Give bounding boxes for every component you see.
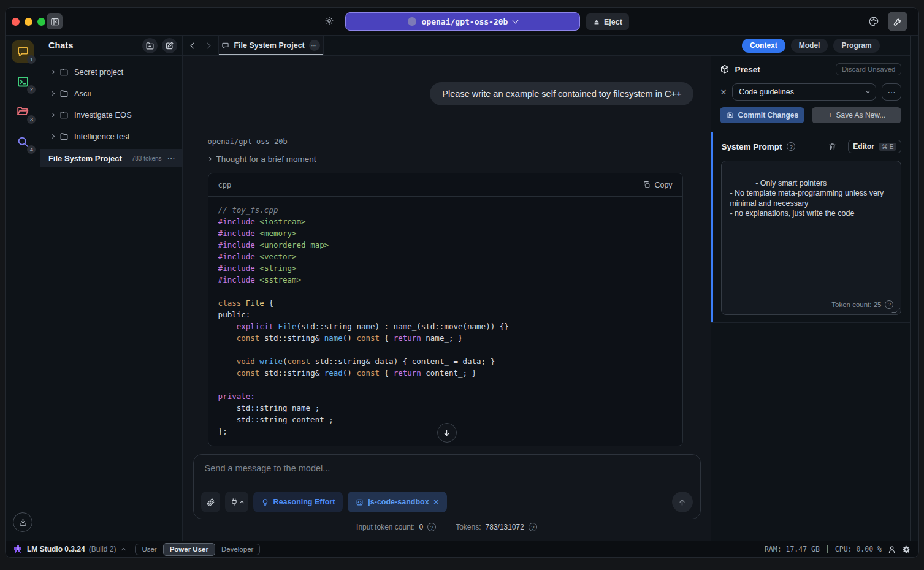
chevron-right-icon [50, 113, 55, 117]
chevron-right-icon [50, 91, 55, 96]
folder-label: Ascii [74, 89, 91, 98]
save-as-new-button[interactable]: + Save As New... [812, 107, 901, 123]
chat-folder-item[interactable]: Intelligence test [40, 126, 182, 147]
info-icon[interactable]: ? [529, 523, 537, 531]
js-code-sandbox-pill[interactable]: js-code-sandbox ✕ [348, 492, 447, 512]
model-selector-label: openai/gpt-oss-20b [422, 17, 508, 26]
tab-file-system-project[interactable]: File System Project ⋯ [218, 36, 324, 55]
theme-palette-icon[interactable] [868, 16, 879, 27]
folder-label: Intelligence test [74, 132, 129, 141]
info-icon[interactable]: ? [427, 523, 436, 531]
code-line: void write(const std::string& data) { co… [218, 355, 673, 367]
stat-separator: | [825, 545, 830, 553]
mode-developer[interactable]: Developer [215, 544, 259, 555]
attach-file-button[interactable] [201, 492, 220, 512]
download-icon [18, 518, 28, 527]
preset-dropdown[interactable]: Code guidelines [732, 83, 876, 101]
nav-back-icon[interactable] [190, 42, 196, 48]
close-window-button[interactable] [12, 18, 20, 26]
code-content: // toy_fs.cpp#include <iostream>#include… [208, 197, 682, 446]
chevron-up-icon [240, 501, 244, 505]
clear-preset-icon[interactable]: ✕ [720, 88, 727, 97]
tab-model[interactable]: Model [791, 39, 828, 53]
message-input[interactable] [201, 460, 693, 477]
nav-developer-button[interactable]: 2 [12, 70, 34, 93]
remove-sandbox-icon[interactable]: ✕ [433, 498, 439, 506]
tokens-value: 783/131072 [486, 523, 524, 531]
downloads-button[interactable] [13, 512, 32, 532]
tokens-label: Tokens: [456, 523, 481, 531]
paperclip-icon [206, 498, 215, 507]
chat-settings-gear-icon[interactable] [324, 16, 334, 26]
scroll-to-bottom-button[interactable] [437, 423, 457, 443]
code-line: const std::string& read() const { return… [218, 367, 673, 379]
lm-studio-logo [13, 544, 23, 554]
nav-forward-icon[interactable] [204, 42, 210, 48]
open-editor-button[interactable]: Editor ⌘ E [848, 140, 901, 153]
copy-icon [643, 181, 651, 189]
nav-my-models-button[interactable]: 3 [12, 101, 34, 123]
trash-icon[interactable] [828, 142, 837, 151]
system-prompt-textarea[interactable]: - Only smart pointers - No template meta… [721, 161, 901, 315]
plus-icon: + [828, 111, 833, 120]
eject-icon [593, 18, 600, 26]
folder-icon [59, 89, 69, 98]
reasoning-effort-button[interactable]: Reasoning Effort [253, 492, 343, 512]
save-icon [727, 112, 734, 119]
code-line [218, 344, 673, 355]
preset-section: Preset Discard Unsaved ✕ Code guidelines… [711, 56, 910, 132]
chat-item-label: File System Project [48, 154, 132, 163]
preset-more-button[interactable]: ⋯ [882, 83, 901, 101]
sidebar-toggle-button[interactable] [47, 13, 63, 29]
nav-discover-button[interactable]: 4 [12, 131, 34, 153]
code-line: const std::string& name() const { return… [218, 332, 673, 344]
mode-user[interactable]: User [136, 544, 162, 555]
send-message-button[interactable] [672, 492, 693, 512]
chevron-right-icon [50, 70, 55, 74]
code-line: #include <sstream> [218, 274, 673, 286]
nav-chat-button[interactable]: 1 [12, 40, 34, 63]
settings-gear-icon[interactable] [902, 545, 911, 554]
chevron-up-icon[interactable] [121, 548, 126, 552]
code-line: std::string name_; [218, 402, 673, 414]
package-icon [720, 64, 730, 74]
chevron-down-icon [513, 18, 519, 24]
lightbulb-icon [261, 498, 269, 506]
arrow-down-icon [442, 428, 451, 438]
settings-wrench-button[interactable] [888, 12, 907, 31]
commit-changes-button[interactable]: Commit Changes [720, 107, 804, 123]
right-sidebar: Context Model Program Preset Discard Uns… [711, 36, 918, 541]
folder-plus-icon [145, 41, 155, 50]
discard-unsaved-button[interactable]: Discard Unsaved [836, 63, 902, 75]
new-chat-button[interactable] [162, 38, 177, 53]
chats-panel-title: Chats [48, 40, 138, 50]
tab-program[interactable]: Program [833, 39, 879, 53]
user-message-bubble: Please write an example self contained t… [430, 82, 693, 105]
minimize-window-button[interactable] [25, 18, 32, 26]
chat-item-menu-icon[interactable]: ⋯ [167, 154, 176, 163]
zoom-window-button[interactable] [37, 18, 45, 26]
code-line: // toy_fs.cpp [218, 204, 673, 216]
chevron-right-icon [50, 134, 55, 139]
mode-power-user[interactable]: Power User [163, 543, 215, 556]
code-line: #include <memory> [218, 227, 673, 239]
help-icon[interactable]: ? [787, 142, 795, 151]
chat-folder-item[interactable]: Investigate EOS [40, 104, 182, 126]
eject-model-button[interactable]: Eject [586, 13, 629, 30]
chat-folder-item[interactable]: Ascii [40, 83, 182, 104]
nav-badge: 2 [27, 85, 36, 94]
user-account-icon[interactable] [887, 545, 896, 554]
plugins-button[interactable] [225, 492, 248, 512]
tab-menu-icon[interactable]: ⋯ [309, 40, 320, 51]
chat-bubble-icon [221, 42, 229, 50]
new-folder-button[interactable] [142, 38, 158, 53]
nav-badge: 1 [27, 55, 36, 64]
chat-folder-item[interactable]: Secret project [40, 61, 182, 83]
copy-code-button[interactable]: Copy [643, 181, 672, 189]
info-icon[interactable]: ? [885, 300, 893, 309]
ram-usage: RAM: 17.47 GB [765, 545, 820, 553]
tab-context[interactable]: Context [742, 39, 785, 53]
model-selector[interactable]: openai/gpt-oss-20b [345, 12, 580, 31]
thought-disclosure[interactable]: Thought for a brief moment [208, 154, 316, 164]
chat-item-selected[interactable]: File System Project 783 tokens ⋯ [40, 149, 182, 167]
